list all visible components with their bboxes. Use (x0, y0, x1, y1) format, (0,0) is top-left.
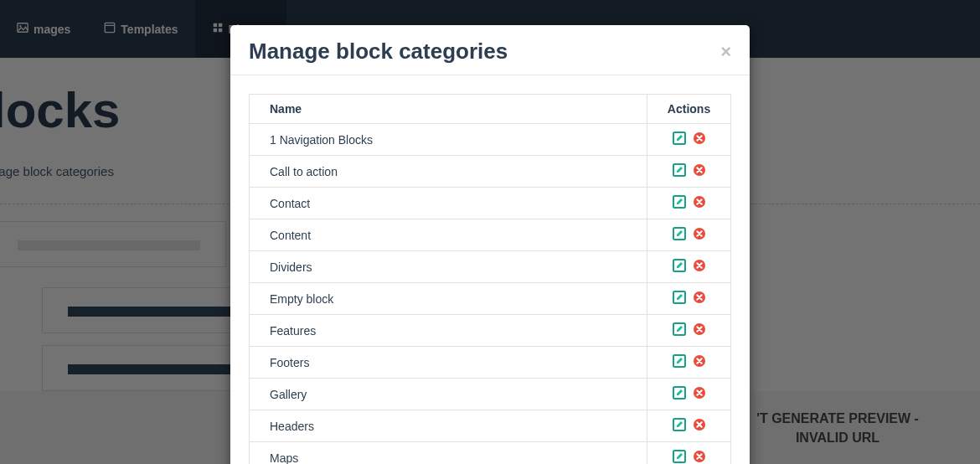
table-row: Content (250, 219, 731, 251)
actions-cell (647, 188, 731, 219)
table-row: Features (250, 315, 731, 347)
modal-body: Name Actions 1 Navigation BlocksCall to … (230, 75, 750, 464)
delete-icon[interactable] (693, 450, 706, 463)
col-name-header: Name (250, 95, 647, 124)
actions-cell (647, 379, 731, 410)
delete-icon[interactable] (693, 386, 706, 400)
categories-table: Name Actions 1 Navigation BlocksCall to … (249, 94, 731, 464)
category-name-cell: Gallery (250, 379, 647, 410)
delete-icon[interactable] (693, 131, 706, 145)
close-icon[interactable]: × (720, 43, 731, 61)
delete-icon[interactable] (693, 163, 706, 177)
category-name-cell: Footers (250, 347, 647, 379)
table-row: Footers (250, 347, 731, 379)
manage-categories-modal: Manage block categories × Name Actions 1… (230, 25, 750, 464)
delete-icon[interactable] (693, 418, 706, 431)
actions-cell (647, 283, 731, 315)
modal-title: Manage block categories (249, 39, 508, 64)
category-name-cell: Empty block (250, 283, 647, 315)
category-name-cell: Dividers (250, 251, 647, 283)
actions-cell (647, 219, 731, 251)
delete-icon[interactable] (693, 291, 706, 304)
table-row: Maps (250, 442, 731, 465)
table-row: Dividers (250, 251, 731, 283)
edit-icon[interactable] (673, 354, 686, 368)
edit-icon[interactable] (673, 227, 686, 240)
table-row: Call to action (250, 156, 731, 188)
edit-icon[interactable] (673, 195, 686, 209)
category-name-cell: Contact (250, 188, 647, 219)
edit-icon[interactable] (673, 163, 686, 177)
edit-icon[interactable] (673, 450, 686, 463)
delete-icon[interactable] (693, 354, 706, 368)
edit-icon[interactable] (673, 291, 686, 304)
actions-cell (647, 124, 731, 156)
category-name-cell: Maps (250, 442, 647, 465)
category-name-cell: Content (250, 219, 647, 251)
delete-icon[interactable] (693, 227, 706, 240)
actions-cell (647, 410, 731, 442)
edit-icon[interactable] (673, 386, 686, 400)
actions-cell (647, 347, 731, 379)
actions-cell (647, 442, 731, 465)
category-name-cell: Headers (250, 410, 647, 442)
table-row: Headers (250, 410, 731, 442)
col-actions-header: Actions (647, 95, 731, 124)
modal-header: Manage block categories × (230, 25, 750, 75)
edit-icon[interactable] (673, 131, 686, 145)
edit-icon[interactable] (673, 418, 686, 431)
actions-cell (647, 251, 731, 283)
actions-cell (647, 156, 731, 188)
edit-icon[interactable] (673, 259, 686, 272)
delete-icon[interactable] (693, 259, 706, 272)
table-row: Contact (250, 188, 731, 219)
table-row: Empty block (250, 283, 731, 315)
category-name-cell: 1 Navigation Blocks (250, 124, 647, 156)
delete-icon[interactable] (693, 322, 706, 336)
category-name-cell: Features (250, 315, 647, 347)
category-name-cell: Call to action (250, 156, 647, 188)
table-row: 1 Navigation Blocks (250, 124, 731, 156)
delete-icon[interactable] (693, 195, 706, 209)
table-row: Gallery (250, 379, 731, 410)
actions-cell (647, 315, 731, 347)
edit-icon[interactable] (673, 322, 686, 336)
